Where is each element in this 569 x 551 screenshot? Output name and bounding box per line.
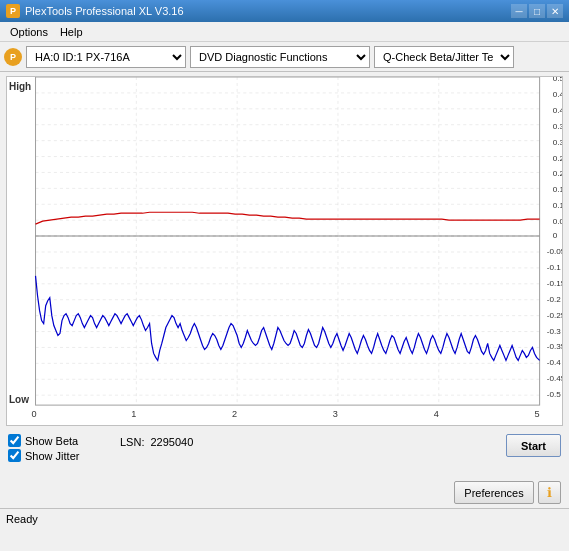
svg-text:2: 2 xyxy=(232,409,237,419)
svg-text:-0.45: -0.45 xyxy=(547,374,562,383)
svg-text:0.5: 0.5 xyxy=(553,77,562,83)
bottom-area: Show Beta Show Jitter LSN: 2295040 Start… xyxy=(0,428,569,508)
svg-text:-0.5: -0.5 xyxy=(547,390,562,399)
menu-help[interactable]: Help xyxy=(54,24,89,40)
svg-text:-0.05: -0.05 xyxy=(547,247,562,256)
svg-text:-0.4: -0.4 xyxy=(547,358,562,367)
svg-text:0.15: 0.15 xyxy=(553,185,562,194)
svg-text:1: 1 xyxy=(131,409,136,419)
svg-text:-0.15: -0.15 xyxy=(547,279,562,288)
svg-text:-0.3: -0.3 xyxy=(547,327,562,336)
svg-text:-0.35: -0.35 xyxy=(547,343,562,352)
close-button[interactable]: ✕ xyxy=(547,4,563,18)
start-button[interactable]: Start xyxy=(506,434,561,457)
window-controls: ─ □ ✕ xyxy=(511,4,563,18)
lsn-area: LSN: 2295040 xyxy=(120,436,193,448)
menu-bar: Options Help xyxy=(0,22,569,42)
svg-text:0: 0 xyxy=(31,409,36,419)
show-beta-label: Show Beta xyxy=(25,435,78,447)
svg-text:0.4: 0.4 xyxy=(553,106,562,115)
chart-svg: 0.5 0.45 0.4 0.35 0.3 0.25 0.2 0.15 0.1 … xyxy=(7,77,562,425)
svg-text:0.35: 0.35 xyxy=(553,122,562,131)
svg-text:0.05: 0.05 xyxy=(553,217,562,226)
svg-text:0.2: 0.2 xyxy=(553,170,562,179)
svg-text:0.25: 0.25 xyxy=(553,154,562,163)
svg-text:5: 5 xyxy=(535,409,540,419)
svg-text:0: 0 xyxy=(553,231,558,240)
show-jitter-checkbox-row: Show Jitter xyxy=(8,449,561,462)
svg-text:4: 4 xyxy=(434,409,439,419)
show-beta-checkbox[interactable] xyxy=(8,434,21,447)
plextools-icon: P xyxy=(4,48,22,66)
action-buttons: Start xyxy=(506,434,561,457)
svg-rect-0 xyxy=(36,77,540,405)
maximize-button[interactable]: □ xyxy=(529,4,545,18)
preference-buttons: Preferences ℹ xyxy=(454,481,561,504)
info-button[interactable]: ℹ xyxy=(538,481,561,504)
function-select[interactable]: DVD Diagnostic Functions xyxy=(190,46,370,68)
window-title: PlexTools Professional XL V3.16 xyxy=(25,5,184,17)
show-jitter-checkbox[interactable] xyxy=(8,449,21,462)
toolbar: P HA:0 ID:1 PX-716A DVD Diagnostic Funct… xyxy=(0,42,569,72)
svg-text:-0.1: -0.1 xyxy=(547,263,562,272)
drive-select[interactable]: HA:0 ID:1 PX-716A xyxy=(26,46,186,68)
svg-text:-0.25: -0.25 xyxy=(547,311,562,320)
menu-options[interactable]: Options xyxy=(4,24,54,40)
svg-text:0.1: 0.1 xyxy=(553,201,562,210)
svg-text:0.3: 0.3 xyxy=(553,138,562,147)
preferences-button[interactable]: Preferences xyxy=(454,481,534,504)
minimize-button[interactable]: ─ xyxy=(511,4,527,18)
show-beta-checkbox-row: Show Beta xyxy=(8,434,561,447)
chart-area: High Low xyxy=(6,76,563,426)
status-text: Ready xyxy=(6,513,38,525)
app-icon: P xyxy=(6,4,20,18)
test-select[interactable]: Q-Check Beta/Jitter Test xyxy=(374,46,514,68)
lsn-value: 2295040 xyxy=(150,436,193,448)
status-bar: Ready xyxy=(0,508,569,528)
lsn-label: LSN: xyxy=(120,436,144,448)
svg-text:3: 3 xyxy=(333,409,338,419)
title-bar: P PlexTools Professional XL V3.16 ─ □ ✕ xyxy=(0,0,569,22)
svg-text:-0.2: -0.2 xyxy=(547,295,562,304)
svg-text:0.45: 0.45 xyxy=(553,90,562,99)
show-jitter-label: Show Jitter xyxy=(25,450,79,462)
